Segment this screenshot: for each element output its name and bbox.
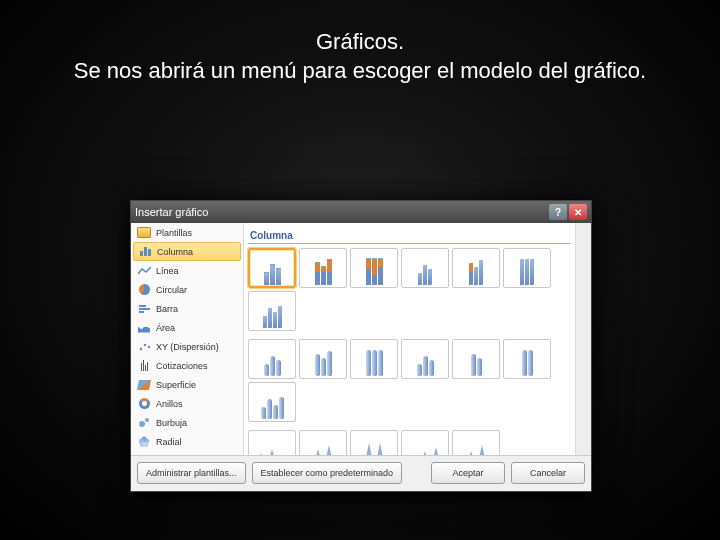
sidebar-item-label: Barra bbox=[156, 304, 178, 314]
manage-templates-button[interactable]: Administrar plantillas... bbox=[137, 462, 246, 484]
chart-thumb-pyr-clustered[interactable] bbox=[401, 430, 449, 455]
close-button[interactable]: ✕ bbox=[569, 204, 587, 220]
sidebar-item-area[interactable]: Área bbox=[131, 318, 243, 337]
chart-thumb-cyl-stacked[interactable] bbox=[299, 339, 347, 379]
set-default-button[interactable]: Establecer como predeterminado bbox=[252, 462, 403, 484]
chart-thumb-col3d-stacked[interactable] bbox=[452, 248, 500, 288]
accept-button[interactable]: Aceptar bbox=[431, 462, 505, 484]
line-chart-icon bbox=[137, 265, 151, 277]
area-chart-icon bbox=[137, 322, 151, 334]
chart-thumb-cyl-clustered[interactable] bbox=[248, 339, 296, 379]
gallery-row bbox=[248, 335, 571, 426]
sidebar-item-radial[interactable]: Radial bbox=[131, 432, 243, 451]
dialog-footer: Administrar plantillas... Establecer com… bbox=[131, 455, 591, 490]
stock-chart-icon bbox=[137, 360, 151, 372]
chart-thumb-cyl-100[interactable] bbox=[350, 339, 398, 379]
chart-thumb-cone-clustered[interactable] bbox=[248, 430, 296, 455]
chart-category-sidebar: Plantillas Columna Línea Circular Barra … bbox=[131, 223, 244, 455]
sidebar-item-plantillas[interactable]: Plantillas bbox=[131, 223, 243, 242]
gallery-row bbox=[248, 426, 571, 455]
sidebar-item-barra[interactable]: Barra bbox=[131, 299, 243, 318]
sidebar-item-burbuja[interactable]: Burbuja bbox=[131, 413, 243, 432]
sidebar-item-label: Anillos bbox=[156, 399, 183, 409]
chart-thumb-col-stacked[interactable] bbox=[299, 248, 347, 288]
sidebar-item-anillos[interactable]: Anillos bbox=[131, 394, 243, 413]
title-line2: Se nos abrirá un menú para escoger el mo… bbox=[74, 58, 646, 83]
sidebar-item-label: Línea bbox=[156, 266, 179, 276]
svg-point-2 bbox=[147, 346, 149, 348]
chart-thumb-cyl3d-100[interactable] bbox=[503, 339, 551, 379]
sidebar-item-circular[interactable]: Circular bbox=[131, 280, 243, 299]
dialog-titlebar[interactable]: Insertar gráfico ? ✕ bbox=[131, 201, 591, 223]
sidebar-item-label: Área bbox=[156, 323, 175, 333]
bubble-chart-icon bbox=[137, 417, 151, 429]
sidebar-item-dispersion[interactable]: XY (Dispersión) bbox=[131, 337, 243, 356]
dialog-body: Plantillas Columna Línea Circular Barra … bbox=[131, 223, 591, 455]
chart-thumb-pyr-stacked[interactable] bbox=[452, 430, 500, 455]
chart-thumb-cyl3d-clustered[interactable] bbox=[401, 339, 449, 379]
chart-thumb-cyl3d-full[interactable] bbox=[248, 382, 296, 422]
chart-thumb-col-clustered[interactable] bbox=[248, 248, 296, 288]
slide: Gráficos. Se nos abrirá un menú para esc… bbox=[0, 0, 720, 540]
sidebar-item-cotizaciones[interactable]: Cotizaciones bbox=[131, 356, 243, 375]
surface-chart-icon bbox=[137, 379, 151, 391]
sidebar-item-label: Superficie bbox=[156, 380, 196, 390]
sidebar-item-columna[interactable]: Columna bbox=[133, 242, 241, 261]
chart-thumb-cone-stacked[interactable] bbox=[299, 430, 347, 455]
svg-point-1 bbox=[143, 344, 145, 346]
chart-thumb-cone-100[interactable] bbox=[350, 430, 398, 455]
sidebar-item-label: Radial bbox=[156, 437, 182, 447]
donut-chart-icon bbox=[137, 398, 151, 410]
sidebar-item-label: Columna bbox=[157, 247, 193, 257]
svg-point-0 bbox=[139, 348, 141, 350]
sidebar-item-linea[interactable]: Línea bbox=[131, 261, 243, 280]
title-line1: Gráficos. bbox=[316, 29, 404, 54]
insert-chart-dialog: Insertar gráfico ? ✕ Plantillas Columna … bbox=[130, 200, 592, 492]
chart-thumb-col3d-100[interactable] bbox=[503, 248, 551, 288]
column-chart-icon bbox=[138, 246, 152, 258]
cancel-button[interactable]: Cancelar bbox=[511, 462, 585, 484]
sidebar-item-label: Cotizaciones bbox=[156, 361, 208, 371]
slide-title: Gráficos. Se nos abrirá un menú para esc… bbox=[0, 0, 720, 85]
folder-icon bbox=[137, 227, 151, 239]
scatter-chart-icon bbox=[137, 341, 151, 353]
chart-thumb-col3d-clustered[interactable] bbox=[401, 248, 449, 288]
gallery-scrollbar[interactable] bbox=[575, 223, 591, 455]
dialog-title: Insertar gráfico bbox=[135, 206, 208, 218]
help-button[interactable]: ? bbox=[549, 204, 567, 220]
sidebar-item-label: Circular bbox=[156, 285, 187, 295]
chart-thumb-col-100[interactable] bbox=[350, 248, 398, 288]
pie-chart-icon bbox=[137, 284, 151, 296]
gallery-section-columna: Columna bbox=[248, 227, 571, 244]
sidebar-item-label: Burbuja bbox=[156, 418, 187, 428]
chart-thumb-cyl3d-stacked[interactable] bbox=[452, 339, 500, 379]
sidebar-item-superficie[interactable]: Superficie bbox=[131, 375, 243, 394]
radar-chart-icon bbox=[137, 436, 151, 448]
chart-gallery: Columna bbox=[244, 223, 575, 455]
bar-chart-icon bbox=[137, 303, 151, 315]
sidebar-item-label: XY (Dispersión) bbox=[156, 342, 219, 352]
sidebar-item-label: Plantillas bbox=[156, 228, 192, 238]
gallery-row bbox=[248, 244, 571, 335]
chart-thumb-col3d-full[interactable] bbox=[248, 291, 296, 331]
